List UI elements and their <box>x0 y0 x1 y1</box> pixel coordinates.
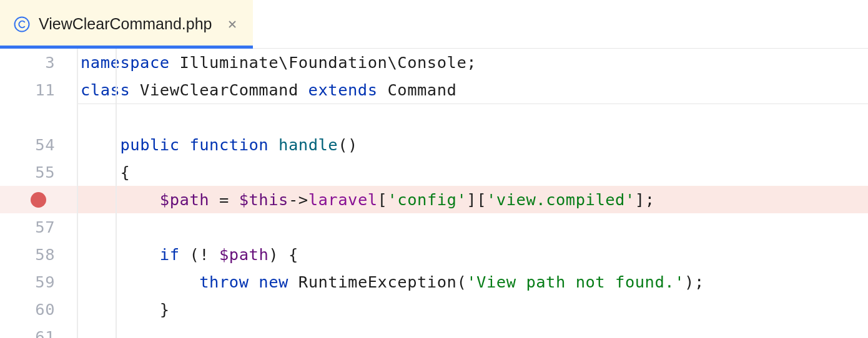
parent-class: Command <box>378 80 457 99</box>
code-line[interactable]: throw new RuntimeException('View path no… <box>78 268 868 296</box>
close-icon <box>227 19 237 29</box>
code-line[interactable]: public function handle() <box>78 131 868 158</box>
gutter-line-number[interactable]: 61 <box>0 323 77 338</box>
fold-divider <box>78 104 868 104</box>
var-this: $this <box>239 190 289 209</box>
gutter-line-number[interactable]: 54 <box>0 131 77 158</box>
gutter-line-number[interactable]: 59 <box>0 268 77 296</box>
code-line[interactable]: if (! $path) { <box>78 241 868 268</box>
class-name: ViewClearCommand <box>130 80 308 99</box>
svg-point-0 <box>15 17 29 31</box>
gutter[interactable]: 3 11 54 55 57 58 59 60 61 <box>0 49 78 338</box>
exception-call: RuntimeException( <box>289 273 466 291</box>
keyword-class: class <box>81 80 130 99</box>
var-path: $path <box>160 190 209 209</box>
indent-guide <box>116 49 117 338</box>
code-editor[interactable]: 3 11 54 55 57 58 59 60 61 namespace Illu… <box>0 49 868 338</box>
keyword-extends: extends <box>308 80 378 99</box>
breakpoint-marker[interactable] <box>0 186 77 213</box>
keyword-if: if <box>160 245 180 264</box>
namespace-path: Illuminate\Foundation\Console; <box>170 53 476 72</box>
php-class-icon <box>14 16 30 32</box>
string-view-compiled: 'view.compiled' <box>486 190 635 209</box>
keyword-public: public <box>120 135 179 154</box>
code-line[interactable]: } <box>78 296 868 323</box>
prop-laravel: laravel <box>308 190 378 209</box>
gutter-line-number[interactable]: 3 <box>0 49 77 76</box>
breakpoint-icon <box>31 192 46 208</box>
gutter-line-number[interactable]: 58 <box>0 241 77 268</box>
var-path: $path <box>219 245 269 264</box>
code-line-blank[interactable] <box>78 104 868 131</box>
keyword-new: new <box>259 273 289 291</box>
string-error-msg: 'View path not found.' <box>466 273 684 291</box>
gutter-line-number[interactable]: 57 <box>0 213 77 241</box>
code-line[interactable]: class ViewClearCommand extends Command <box>78 76 868 104</box>
gutter-line-number[interactable]: 11 <box>0 76 77 104</box>
gutter-line-number[interactable] <box>0 104 77 131</box>
editor-tab[interactable]: ViewClearCommand.php <box>0 0 253 48</box>
code-line[interactable]: { <box>78 158 868 186</box>
editor-tab-bar: ViewClearCommand.php <box>0 0 868 49</box>
tab-close-button[interactable] <box>225 17 239 31</box>
method-name: handle <box>279 135 338 154</box>
gutter-line-number[interactable]: 55 <box>0 158 77 186</box>
tab-title: ViewClearCommand.php <box>39 15 212 33</box>
gutter-line-number[interactable]: 60 <box>0 296 77 323</box>
code-line-breakpoint[interactable]: $path = $this->laravel['config']['view.c… <box>78 186 868 213</box>
keyword-throw: throw <box>199 273 249 291</box>
keyword-function: function <box>189 135 269 154</box>
code-line[interactable]: namespace Illuminate\Foundation\Console; <box>78 49 868 76</box>
code-line-blank[interactable] <box>78 323 868 338</box>
keyword-namespace: namespace <box>81 53 170 72</box>
string-config: 'config' <box>387 190 466 209</box>
code-line-blank[interactable] <box>78 213 868 241</box>
code-area[interactable]: namespace Illuminate\Foundation\Console;… <box>78 49 868 338</box>
